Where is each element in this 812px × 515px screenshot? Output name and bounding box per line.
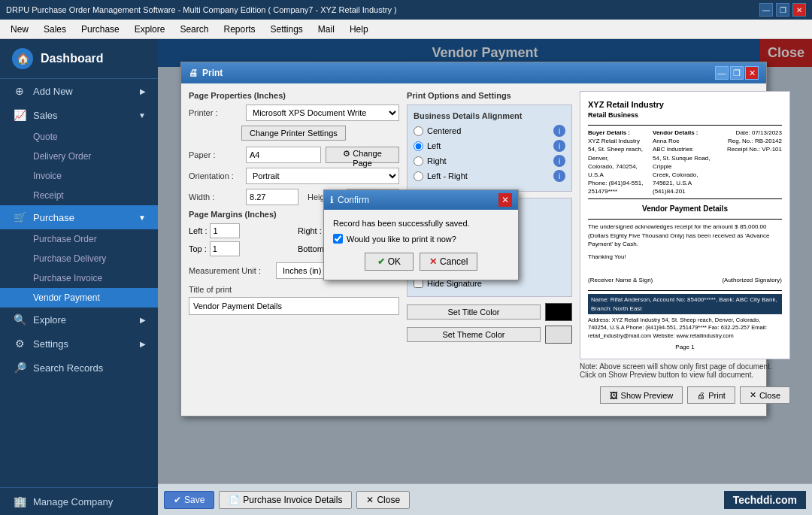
title-color-swatch[interactable]	[545, 303, 572, 321]
left-right-radio[interactable]	[414, 171, 423, 181]
right-radio[interactable]	[414, 156, 423, 166]
preview-buyer-col: Buyer Details : XYZ Retail Industry54, S…	[588, 129, 653, 196]
right-info-icon: i	[553, 155, 565, 167]
top-margin-field: Top :	[189, 241, 290, 256]
sidebar-item-settings[interactable]: ⚙ Settings ▶	[0, 332, 158, 356]
centered-radio[interactable]	[414, 126, 423, 136]
minimize-btn[interactable]: —	[759, 3, 773, 17]
menu-reports[interactable]: Reports	[216, 23, 262, 36]
save-btn[interactable]: ✔ Save	[164, 491, 214, 509]
sidebar-item-quote[interactable]: Quote	[0, 127, 158, 147]
close-bottom-btn[interactable]: ✕ Close	[356, 491, 410, 509]
print-dialog-titlebar: 🖨 Print — ❐ ✕	[181, 62, 766, 83]
left-margin-input[interactable]	[210, 223, 240, 238]
sidebar-item-purchase[interactable]: 🛒 Purchase ▼	[0, 205, 158, 229]
sidebar-item-receipt[interactable]: Receipt	[0, 186, 158, 205]
set-title-color-btn[interactable]: Set Title Color	[407, 304, 541, 320]
explore-arrow: ▶	[140, 316, 146, 324]
change-page-btn[interactable]: ⚙ Change Page	[326, 147, 399, 163]
dashboard-icon: 🏠	[12, 48, 33, 69]
buyer-info: XYZ Retail Industry54, St. Sheep reach, …	[588, 138, 643, 195]
sidebar-item-explore[interactable]: 🔍 Explore ▶	[0, 307, 158, 332]
menu-purchase[interactable]: Purchase	[74, 23, 127, 36]
confirm-body: Record has been successfully saved. Woul…	[324, 210, 518, 280]
left-radio[interactable]	[414, 141, 423, 151]
sidebar-item-vendor-payment[interactable]: Vendor Payment	[0, 288, 158, 307]
preview-divider-1	[588, 125, 782, 126]
print-dialog-title: Print	[202, 68, 223, 78]
explore-icon: 🔍	[12, 314, 27, 326]
dialog-minimize-btn[interactable]: —	[715, 66, 729, 80]
print-now-label: Would you like to print it now?	[347, 235, 456, 244]
show-preview-btn[interactable]: 🖼 Show Preview	[600, 386, 683, 404]
title-color-row: Set Title Color	[407, 303, 572, 321]
dialog-maximize-btn[interactable]: ❐	[730, 66, 744, 80]
centered-label: Centered	[427, 126, 461, 135]
search-records-label: Search Records	[33, 362, 146, 374]
theme-color-swatch[interactable]	[545, 326, 572, 344]
preview-receiver-label: (Receiver Name & Sign)	[588, 276, 653, 284]
manage-company-icon: 🏢	[12, 495, 27, 507]
maximize-btn[interactable]: ❐	[776, 3, 789, 17]
confirm-ok-btn[interactable]: ✔ OK	[365, 253, 414, 271]
sidebar-item-search-records[interactable]: 🔎 Search Records	[0, 356, 158, 380]
right-label: Right	[427, 156, 447, 165]
paper-row: Paper : ⚙ Change Page	[189, 147, 399, 163]
close-preview-btn[interactable]: ✕ Close	[740, 386, 790, 404]
sidebar-item-purchase-order[interactable]: Purchase Order	[0, 229, 158, 249]
menu-explore[interactable]: Explore	[127, 23, 173, 36]
alignment-centered: Centered i	[414, 125, 565, 137]
set-theme-color-btn[interactable]: Set Theme Color	[407, 327, 541, 342]
theme-color-row: Set Theme Color	[407, 326, 572, 344]
title-of-print-input[interactable]	[189, 297, 399, 315]
purchase-icon: 🛒	[12, 211, 27, 223]
sidebar-item-add-new[interactable]: ⊕ Add New ▶	[0, 79, 158, 103]
alignment-left: Left i	[414, 140, 565, 152]
print-action-btn[interactable]: 🖨 Print	[687, 386, 735, 404]
sidebar-dashboard[interactable]: 🏠 Dashboard	[0, 39, 158, 79]
print-options-title: Print Options and Settings	[407, 91, 572, 100]
sidebar-item-sales[interactable]: 📈 Sales ▼	[0, 103, 158, 127]
sidebar-item-delivery-order[interactable]: Delivery Order	[0, 147, 158, 166]
change-printer-btn[interactable]: Change Printer Settings	[241, 126, 346, 141]
ok-checkmark: ✔	[377, 256, 385, 267]
app-title: DRPU Purchase Order Management Software …	[6, 5, 397, 14]
sales-icon: 📈	[12, 109, 27, 121]
confirm-close-btn[interactable]: ✕	[498, 193, 512, 207]
menu-sales[interactable]: Sales	[36, 23, 74, 36]
sidebar-item-purchase-invoice[interactable]: Purchase Invoice	[0, 268, 158, 288]
left-label: Left	[427, 141, 441, 150]
sidebar-dashboard-label: Dashboard	[41, 52, 104, 65]
buyer-label: Buyer Details :	[588, 129, 630, 136]
confirm-cancel-btn[interactable]: ✕ Cancel	[420, 253, 477, 271]
add-new-label: Add New	[33, 86, 134, 97]
menu-help[interactable]: Help	[342, 23, 376, 36]
printer-select[interactable]: Microsoft XPS Document Write	[246, 105, 399, 121]
left-info-icon: i	[553, 140, 565, 152]
purchase-invoice-details-btn[interactable]: 📄 Purchase Invoice Details	[219, 491, 352, 509]
menu-mail[interactable]: Mail	[311, 23, 342, 36]
preview-body: The undersigned acknowledges receipt for…	[588, 223, 782, 248]
orientation-select[interactable]: Portrait	[246, 168, 399, 184]
close-bottom-label: Close	[377, 495, 400, 505]
sidebar-item-purchase-delivery[interactable]: Purchase Delivery	[0, 249, 158, 268]
width-label: Width :	[189, 192, 241, 201]
paper-input[interactable]	[246, 147, 321, 163]
width-input[interactable]	[246, 189, 298, 205]
menu-new[interactable]: New	[3, 23, 36, 36]
sidebar-item-manage-company[interactable]: 🏢 Manage Company	[0, 487, 158, 515]
menu-settings[interactable]: Settings	[263, 23, 311, 36]
close-bottom-icon: ✕	[366, 495, 374, 505]
left-right-label: Left - Right	[427, 171, 468, 180]
top-margin-input[interactable]	[210, 241, 240, 256]
left-margin-label: Left :	[189, 226, 207, 235]
close-window-btn[interactable]: ✕	[792, 3, 806, 17]
preview-page: Page 1	[588, 343, 782, 351]
menu-search[interactable]: Search	[172, 23, 216, 36]
dialog-close-btn[interactable]: ✕	[745, 66, 759, 80]
explore-label: Explore	[33, 314, 134, 326]
bottom-bar: ✔ Save 📄 Purchase Invoice Details ✕ Clos…	[158, 483, 812, 515]
sidebar-item-invoice[interactable]: Invoice	[0, 166, 158, 186]
print-now-checkbox[interactable]	[333, 234, 343, 244]
print-icon: 🖨	[189, 68, 198, 78]
